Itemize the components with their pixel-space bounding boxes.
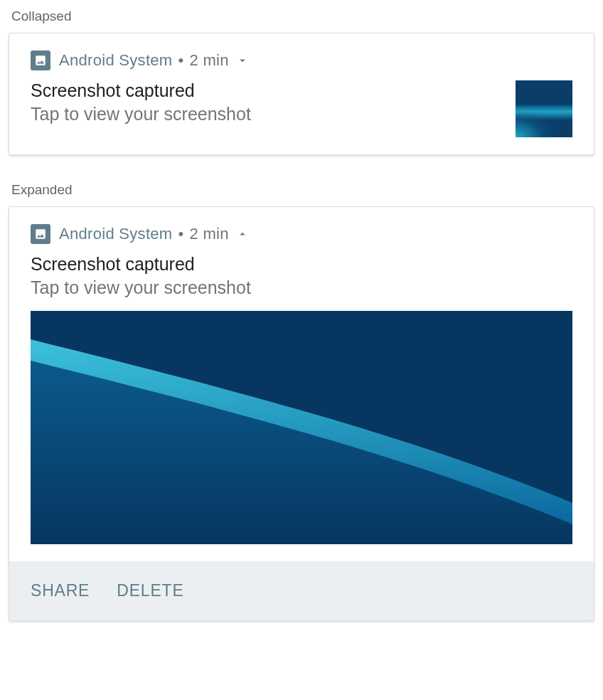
chevron-up-icon[interactable] [236, 228, 249, 240]
app-name: Android System [59, 51, 173, 70]
delete-button[interactable]: DELETE [117, 581, 183, 600]
screenshot-thumbnail[interactable] [516, 80, 572, 137]
section-label-collapsed: Collapsed [9, 9, 594, 24]
app-name: Android System [59, 225, 173, 243]
header-separator: • [178, 51, 184, 70]
notification-title: Screenshot captured [31, 80, 501, 101]
screenshot-preview[interactable] [31, 311, 572, 544]
notification-card-collapsed[interactable]: Android System • 2 min Screenshot captur… [9, 33, 594, 155]
notification-subtitle: Tap to view your screenshot [31, 104, 501, 124]
notification-title: Screenshot captured [31, 254, 572, 275]
notification-card-expanded[interactable]: Android System • 2 min Screenshot captur… [9, 206, 594, 621]
picture-icon [31, 224, 50, 244]
notification-actions: SHARE DELETE [9, 561, 594, 620]
timestamp: 2 min [190, 225, 229, 243]
timestamp: 2 min [190, 51, 229, 70]
notification-subtitle: Tap to view your screenshot [31, 277, 572, 298]
share-button[interactable]: SHARE [31, 581, 90, 600]
notification-header[interactable]: Android System • 2 min [31, 51, 572, 70]
notification-header[interactable]: Android System • 2 min [31, 224, 572, 244]
chevron-down-icon[interactable] [236, 54, 249, 67]
picture-icon [31, 51, 50, 70]
section-label-expanded: Expanded [9, 182, 594, 198]
header-separator: • [178, 225, 184, 243]
